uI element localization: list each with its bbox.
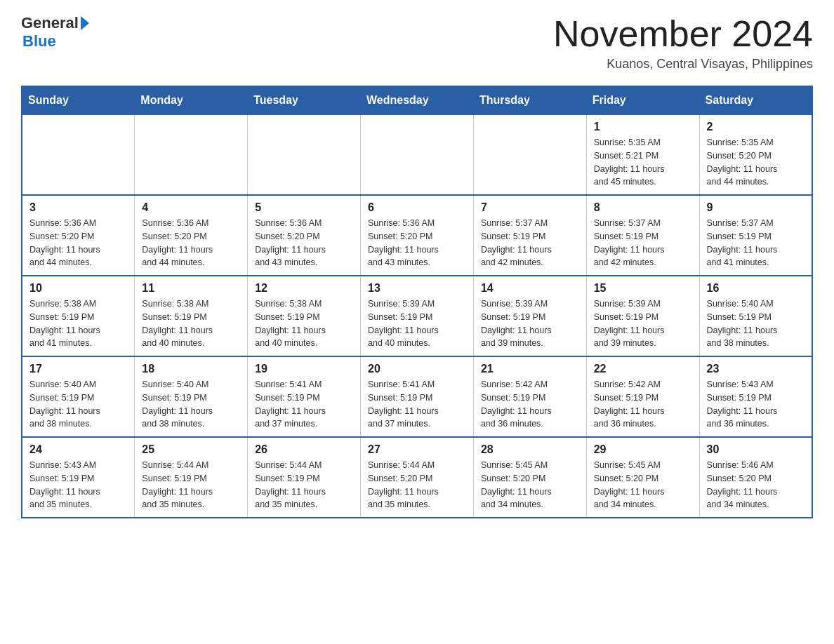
calendar-header-row: SundayMondayTuesdayWednesdayThursdayFrid…	[22, 86, 812, 114]
day-number: 5	[255, 201, 353, 214]
calendar-cell: 9Sunrise: 5:37 AMSunset: 5:19 PMDaylight…	[699, 195, 812, 276]
day-info: Sunrise: 5:35 AMSunset: 5:20 PMDaylight:…	[707, 136, 805, 189]
day-info: Sunrise: 5:37 AMSunset: 5:19 PMDaylight:…	[707, 217, 805, 269]
calendar-cell: 17Sunrise: 5:40 AMSunset: 5:19 PMDayligh…	[22, 356, 135, 437]
day-info: Sunrise: 5:36 AMSunset: 5:20 PMDaylight:…	[29, 217, 127, 269]
day-info: Sunrise: 5:39 AMSunset: 5:19 PMDaylight:…	[368, 297, 466, 350]
calendar-cell: 25Sunrise: 5:44 AMSunset: 5:19 PMDayligh…	[135, 437, 248, 518]
day-number: 9	[707, 201, 805, 214]
day-info: Sunrise: 5:40 AMSunset: 5:19 PMDaylight:…	[142, 378, 240, 431]
day-info: Sunrise: 5:45 AMSunset: 5:20 PMDaylight:…	[481, 459, 579, 511]
calendar-cell	[22, 114, 135, 195]
day-info: Sunrise: 5:36 AMSunset: 5:20 PMDaylight:…	[142, 217, 240, 269]
calendar-table: SundayMondayTuesdayWednesdayThursdayFrid…	[21, 86, 813, 518]
logo-arrow-icon	[81, 16, 89, 30]
calendar-cell: 20Sunrise: 5:41 AMSunset: 5:19 PMDayligh…	[361, 356, 474, 437]
calendar-cell: 16Sunrise: 5:40 AMSunset: 5:19 PMDayligh…	[699, 276, 812, 356]
day-number: 1	[594, 121, 692, 133]
calendar-cell	[361, 114, 474, 195]
weekday-header-tuesday: Tuesday	[248, 86, 361, 114]
day-number: 22	[594, 363, 692, 375]
calendar-cell: 22Sunrise: 5:42 AMSunset: 5:19 PMDayligh…	[586, 356, 699, 437]
logo-general-text: General	[21, 14, 89, 32]
calendar-cell: 19Sunrise: 5:41 AMSunset: 5:19 PMDayligh…	[248, 356, 361, 437]
day-info: Sunrise: 5:45 AMSunset: 5:20 PMDaylight:…	[594, 459, 692, 511]
day-number: 6	[368, 201, 466, 214]
calendar-cell: 6Sunrise: 5:36 AMSunset: 5:20 PMDaylight…	[361, 195, 474, 276]
calendar-cell	[473, 114, 586, 195]
calendar-cell: 11Sunrise: 5:38 AMSunset: 5:19 PMDayligh…	[135, 276, 248, 356]
day-info: Sunrise: 5:43 AMSunset: 5:19 PMDaylight:…	[707, 378, 805, 431]
day-number: 21	[481, 363, 579, 375]
day-info: Sunrise: 5:40 AMSunset: 5:19 PMDaylight:…	[707, 297, 805, 350]
weekday-header-thursday: Thursday	[473, 86, 586, 114]
calendar-cell: 3Sunrise: 5:36 AMSunset: 5:20 PMDaylight…	[22, 195, 135, 276]
day-number: 4	[142, 201, 240, 214]
calendar-cell: 1Sunrise: 5:35 AMSunset: 5:21 PMDaylight…	[586, 114, 699, 195]
calendar-cell: 12Sunrise: 5:38 AMSunset: 5:19 PMDayligh…	[248, 276, 361, 356]
calendar-cell: 18Sunrise: 5:40 AMSunset: 5:19 PMDayligh…	[135, 356, 248, 437]
day-number: 27	[368, 443, 466, 456]
day-number: 7	[481, 201, 579, 214]
calendar-cell: 14Sunrise: 5:39 AMSunset: 5:19 PMDayligh…	[473, 276, 586, 356]
day-number: 8	[594, 201, 692, 214]
day-number: 28	[481, 443, 579, 456]
calendar-cell: 4Sunrise: 5:36 AMSunset: 5:20 PMDaylight…	[135, 195, 248, 276]
day-number: 10	[29, 282, 127, 295]
day-info: Sunrise: 5:44 AMSunset: 5:19 PMDaylight:…	[255, 459, 353, 511]
calendar-cell: 8Sunrise: 5:37 AMSunset: 5:19 PMDaylight…	[586, 195, 699, 276]
calendar-cell: 2Sunrise: 5:35 AMSunset: 5:20 PMDaylight…	[699, 114, 812, 195]
calendar-cell: 23Sunrise: 5:43 AMSunset: 5:19 PMDayligh…	[699, 356, 812, 437]
day-info: Sunrise: 5:41 AMSunset: 5:19 PMDaylight:…	[255, 378, 353, 431]
weekday-header-monday: Monday	[135, 86, 248, 114]
day-number: 29	[594, 443, 692, 456]
day-info: Sunrise: 5:36 AMSunset: 5:20 PMDaylight:…	[368, 217, 466, 269]
calendar-cell: 30Sunrise: 5:46 AMSunset: 5:20 PMDayligh…	[699, 437, 812, 518]
day-info: Sunrise: 5:44 AMSunset: 5:20 PMDaylight:…	[368, 459, 466, 511]
day-info: Sunrise: 5:39 AMSunset: 5:19 PMDaylight:…	[481, 297, 579, 350]
calendar-cell: 28Sunrise: 5:45 AMSunset: 5:20 PMDayligh…	[473, 437, 586, 518]
day-info: Sunrise: 5:44 AMSunset: 5:19 PMDaylight:…	[142, 459, 240, 511]
day-number: 12	[255, 282, 353, 295]
day-info: Sunrise: 5:42 AMSunset: 5:19 PMDaylight:…	[481, 378, 579, 431]
day-info: Sunrise: 5:37 AMSunset: 5:19 PMDaylight:…	[481, 217, 579, 269]
day-info: Sunrise: 5:40 AMSunset: 5:19 PMDaylight:…	[29, 378, 127, 431]
calendar-week-row: 3Sunrise: 5:36 AMSunset: 5:20 PMDaylight…	[22, 195, 812, 276]
calendar-cell: 15Sunrise: 5:39 AMSunset: 5:19 PMDayligh…	[586, 276, 699, 356]
day-info: Sunrise: 5:42 AMSunset: 5:19 PMDaylight:…	[594, 378, 692, 431]
day-info: Sunrise: 5:46 AMSunset: 5:20 PMDaylight:…	[707, 459, 805, 511]
day-number: 23	[707, 363, 805, 375]
day-number: 17	[29, 363, 127, 375]
day-number: 30	[707, 443, 805, 456]
day-info: Sunrise: 5:43 AMSunset: 5:19 PMDaylight:…	[29, 459, 127, 511]
logo: General Blue	[21, 14, 89, 51]
calendar-cell	[135, 114, 248, 195]
calendar-cell: 26Sunrise: 5:44 AMSunset: 5:19 PMDayligh…	[248, 437, 361, 518]
day-number: 15	[594, 282, 692, 295]
day-number: 13	[368, 282, 466, 295]
calendar-cell: 24Sunrise: 5:43 AMSunset: 5:19 PMDayligh…	[22, 437, 135, 518]
calendar-week-row: 1Sunrise: 5:35 AMSunset: 5:21 PMDaylight…	[22, 114, 812, 195]
day-number: 2	[707, 121, 805, 133]
day-number: 20	[368, 363, 466, 375]
month-title: November 2024	[553, 14, 813, 54]
day-info: Sunrise: 5:37 AMSunset: 5:19 PMDaylight:…	[594, 217, 692, 269]
day-number: 19	[255, 363, 353, 375]
calendar-cell: 5Sunrise: 5:36 AMSunset: 5:20 PMDaylight…	[248, 195, 361, 276]
day-info: Sunrise: 5:41 AMSunset: 5:19 PMDaylight:…	[368, 378, 466, 431]
calendar-cell	[248, 114, 361, 195]
calendar-cell: 21Sunrise: 5:42 AMSunset: 5:19 PMDayligh…	[473, 356, 586, 437]
day-number: 11	[142, 282, 240, 295]
location-label: Kuanos, Central Visayas, Philippines	[553, 57, 813, 72]
logo-general-label: General	[21, 14, 79, 32]
calendar-cell: 13Sunrise: 5:39 AMSunset: 5:19 PMDayligh…	[361, 276, 474, 356]
weekday-header-wednesday: Wednesday	[361, 86, 474, 114]
day-number: 25	[142, 443, 240, 456]
weekday-header-friday: Friday	[586, 86, 699, 114]
calendar-cell: 29Sunrise: 5:45 AMSunset: 5:20 PMDayligh…	[586, 437, 699, 518]
day-info: Sunrise: 5:38 AMSunset: 5:19 PMDaylight:…	[255, 297, 353, 350]
day-number: 16	[707, 282, 805, 295]
calendar-week-row: 17Sunrise: 5:40 AMSunset: 5:19 PMDayligh…	[22, 356, 812, 437]
title-section: November 2024 Kuanos, Central Visayas, P…	[553, 14, 813, 72]
day-number: 24	[29, 443, 127, 456]
